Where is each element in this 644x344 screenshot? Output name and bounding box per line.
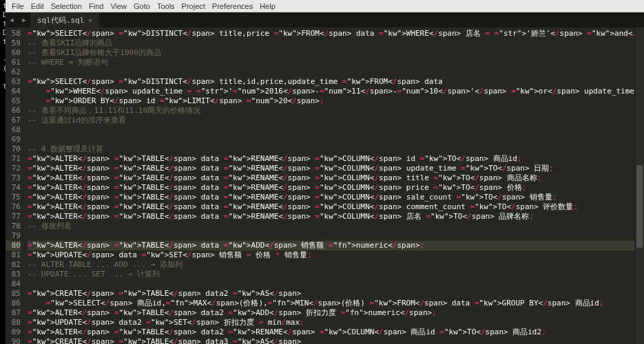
code-line[interactable]: -- 查看不同商品，11.11和11.10两天的价格情况 [28, 106, 644, 116]
code-line[interactable]: ="kw">CREATE</span> ="kw">TABLE</span> d… [28, 337, 644, 344]
file-tab[interactable]: sql代码.sql × [30, 12, 99, 28]
code-line[interactable]: ="kw">ALTER</span> ="kw">TABLE</span> da… [28, 183, 644, 193]
menu-selection[interactable]: Selection [48, 2, 85, 10]
code-line[interactable]: -- 查看SKII品牌的商品 [28, 39, 644, 48]
menu-view[interactable]: View [107, 2, 130, 10]
code-line[interactable] [28, 279, 644, 289]
menu-tools[interactable]: Tools [154, 2, 178, 10]
scroll-thumb[interactable] [636, 165, 643, 248]
menu-edit[interactable]: Edit [28, 2, 48, 10]
code-line[interactable]: -- WHERE = 判断语句 [28, 58, 644, 67]
scrollbar[interactable] [634, 28, 644, 344]
code-line[interactable]: ="kw">ORDER BY</span> id ="kw">LIMIT</sp… [28, 96, 644, 106]
code-line[interactable]: ="kw">SELECT</span> 商品id,="fn">MAX</span… [28, 299, 644, 308]
code-body[interactable]: ="kw">SELECT</span> ="kw">DISTINCT</span… [25, 28, 644, 344]
code-line[interactable]: -- 4.数据整理及计算 [28, 144, 644, 154]
code-line[interactable]: -- 查看SKII品牌价格大于1000的商品 [28, 48, 644, 58]
code-line[interactable]: ="kw">ALTER</span> ="kw">TABLE</span> da… [28, 154, 644, 164]
code-line[interactable]: ="kw">CREATE</span> ="kw">TABLE</span> d… [28, 289, 644, 299]
menu-project[interactable]: Project [178, 2, 209, 10]
code-line[interactable]: ="kw">SELECT</span> ="kw">DISTINCT</span… [28, 29, 644, 39]
code-line[interactable]: ="kw">ALTER</span> ="kw">TABLE</span> da… [28, 173, 644, 183]
code-line[interactable]: -- 这里通过id的排序来查看 [28, 116, 644, 125]
code-line[interactable] [28, 67, 644, 77]
menu-find[interactable]: Find [85, 2, 107, 10]
menu-file[interactable]: File [8, 2, 28, 10]
tab-next[interactable]: ▶ [18, 12, 30, 28]
code-line[interactable]: ="kw">ALTER</span> ="kw">TABLE</span> da… [28, 164, 644, 173]
menu-help[interactable]: Help [256, 2, 279, 10]
code-line[interactable]: -- 修改列名 [28, 222, 644, 231]
code-line[interactable]: ="kw">ALTER</span> ="kw">TABLE</span> da… [28, 241, 644, 250]
code-line[interactable]: ="kw">UPDATE</span> data2 ="kw">SET</spa… [28, 318, 644, 327]
terminal-pane[interactable]: tw=# DELETE FROM data WHERE sale_count I… [0, 0, 6, 344]
code-line[interactable] [28, 135, 644, 144]
tab-label: sql代码.sql [37, 15, 84, 25]
code-line[interactable]: ="kw">ALTER</span> ="kw">TABLE</span> da… [28, 202, 644, 212]
code-line[interactable]: ="kw">WHERE</span> update_time = ="str">… [28, 87, 644, 96]
code-line[interactable]: ="kw">ALTER</span> ="kw">TABLE</span> da… [28, 308, 644, 318]
code-line[interactable] [28, 125, 644, 135]
menu-bar: FileEditSelectionFindViewGotoToolsProjec… [6, 0, 644, 12]
code-editor[interactable]: 5859606162636465666768697071727374757677… [6, 28, 644, 344]
editor-pane: FileEditSelectionFindViewGotoToolsProjec… [6, 0, 644, 344]
line-gutter: 5859606162636465666768697071727374757677… [6, 28, 25, 344]
tab-bar: ◀ ▶ sql代码.sql × [6, 12, 644, 28]
tab-prev[interactable]: ◀ [6, 12, 18, 28]
code-line[interactable]: -- ALTER TABLE ... ADD ... → 添加列 [28, 260, 644, 270]
code-line[interactable]: ="kw">SELECT</span> ="kw">DISTINCT</span… [28, 77, 644, 87]
menu-goto[interactable]: Goto [130, 2, 154, 10]
code-line[interactable] [28, 231, 644, 241]
code-line[interactable]: -- UPDATE ... SET ... → 计算列 [28, 270, 644, 279]
code-line[interactable]: ="kw">ALTER</span> ="kw">TABLE</span> da… [28, 193, 644, 202]
code-line[interactable]: ="kw">ALTER</span> ="kw">TABLE</span> da… [28, 327, 644, 337]
close-icon[interactable]: × [88, 17, 92, 24]
menu-preferences[interactable]: Preferences [209, 2, 256, 10]
code-line[interactable]: ="kw">ALTER</span> ="kw">TABLE</span> da… [28, 212, 644, 222]
code-line[interactable]: ="kw">UPDATE</span> data ="kw">SET</span… [28, 250, 644, 260]
